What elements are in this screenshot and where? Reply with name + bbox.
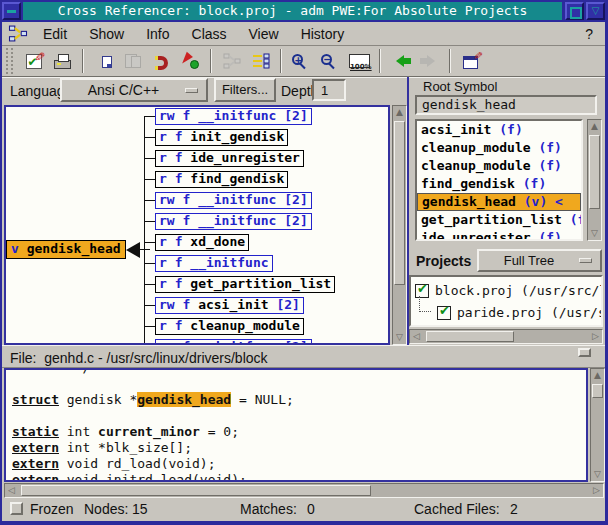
scroll-down-icon[interactable]: ▽	[588, 227, 601, 240]
symbol-list-item[interactable]: get_partition_list (f)	[417, 211, 581, 229]
zoom-100-button[interactable]	[346, 49, 373, 74]
code-scroll-thumb[interactable]	[592, 384, 603, 398]
scroll-up-icon[interactable]: ▲	[393, 106, 406, 119]
symbol-list-item[interactable]: gendisk_head (v) <	[417, 193, 581, 211]
depth-input[interactable]: 1	[312, 79, 346, 101]
back-button[interactable]	[387, 49, 414, 74]
right-panel: Root Symbol gendisk_head acsi_init (f)cl…	[407, 77, 605, 345]
menu-view[interactable]: View	[238, 24, 290, 44]
graph-node[interactable]: rw f __initfunc [2]	[155, 192, 312, 209]
option-menu-dash-icon	[185, 88, 198, 93]
zoom-in-button[interactable]	[288, 49, 315, 74]
language-value: Ansi C/C++	[62, 82, 185, 98]
graph-vertical-scrollbar[interactable]: ▲ ▽	[392, 105, 407, 345]
symbol-list-item[interactable]: ide_unregister (f)	[417, 229, 581, 241]
maximize-icon[interactable]	[565, 2, 584, 20]
title-bar: Cross Referencer: block.proj - adm PWE:F…	[0, 0, 608, 22]
menu-items: EditShowInfoClassViewHistory	[32, 25, 355, 43]
scroll-down-icon[interactable]: ▽	[591, 468, 604, 481]
graph-node[interactable]: r f init_gendisk	[155, 129, 288, 146]
toolbar-separator	[449, 49, 451, 73]
language-dropdown[interactable]: Ansi C/C++	[60, 78, 208, 102]
print-button[interactable]	[49, 49, 76, 74]
root-symbol-input[interactable]: gendisk_head	[415, 95, 597, 115]
filters-button[interactable]: Filters...	[214, 78, 276, 102]
scroll-up-icon[interactable]: ▲	[591, 369, 604, 382]
annotate-button[interactable]	[20, 49, 47, 74]
project-checkbox-checked[interactable]	[437, 306, 451, 320]
pane-sash-handle[interactable]	[578, 348, 591, 357]
scroll-down-icon[interactable]: ▽	[393, 331, 406, 344]
paste-button	[119, 49, 146, 74]
shade-icon[interactable]: ▽	[586, 2, 605, 20]
graph-node[interactable]: r f __initfunc	[155, 255, 273, 272]
project-row[interactable]: block.proj (/usr/src/lin	[411, 280, 601, 302]
file-header-bar: File: genhd.c - /usr/src/linux/drivers/b…	[2, 345, 605, 368]
graph-branch-line	[144, 221, 155, 222]
properties-button[interactable]	[457, 49, 484, 74]
help-button[interactable]: ?	[585, 26, 593, 42]
project-name: block.proj (/usr/src/lin	[435, 284, 603, 298]
symbol-list-item[interactable]: cleanup_module (f)	[417, 157, 581, 175]
code-vertical-scrollbar[interactable]: ▲ ▽	[590, 368, 605, 482]
menu-history[interactable]: History	[290, 24, 356, 44]
expand-graph-button[interactable]	[247, 49, 274, 74]
graph-branch-line	[144, 179, 155, 180]
menu-class[interactable]: Class	[181, 24, 238, 44]
frozen-checkbox[interactable]	[10, 502, 23, 515]
zoom-out-button[interactable]	[317, 49, 344, 74]
highlighted-symbol: gendisk_head	[137, 392, 231, 407]
project-row[interactable]: paride.proj (/usr/src	[411, 302, 601, 324]
highlight-button[interactable]	[177, 49, 204, 74]
graph-branch-line	[144, 305, 155, 306]
cached-files-label: Cached Files:	[414, 501, 500, 517]
projects-mode-dropdown[interactable]: Full Tree	[477, 249, 602, 272]
graph-root-node[interactable]: v gendisk_head	[6, 240, 126, 259]
toolbar-grip[interactable]	[6, 48, 13, 74]
copy-button[interactable]	[90, 49, 117, 74]
symbol-list-item[interactable]: find_gendisk (f)	[417, 175, 581, 193]
highlight-icon	[190, 60, 199, 69]
scroll-up-icon[interactable]: ▲	[588, 120, 601, 133]
menu-info[interactable]: Info	[135, 24, 180, 44]
graph-node[interactable]: rw f acsi_init [2]	[155, 297, 304, 314]
forward-button	[416, 49, 443, 74]
window-menu-icon[interactable]	[2, 2, 21, 20]
symbol-scroll-thumb[interactable]	[589, 135, 600, 209]
scroll-right-icon[interactable]: ▷	[589, 330, 602, 343]
symbol-list-item[interactable]: cleanup_module (f)	[417, 139, 581, 157]
projects-tree[interactable]: block.proj (/usr/src/linparide.proj (/us…	[409, 275, 603, 327]
tree-elbow-line	[419, 296, 431, 312]
graph-node[interactable]: rw f __initfunc [2]	[155, 213, 312, 230]
graph-node[interactable]: r f xd_done	[155, 234, 249, 251]
scroll-left-icon[interactable]: ◁	[5, 484, 18, 497]
source-code-view[interactable]: */ struct gendisk *gendisk_head = NULL; …	[4, 368, 588, 482]
scroll-right-icon[interactable]: ▷	[590, 484, 603, 497]
graph-node[interactable]: r f ide_unregister	[155, 150, 304, 167]
symbol-list-item[interactable]: acsi_init (f)	[417, 121, 581, 139]
graph-node[interactable]: r f cleanup_module	[155, 318, 304, 335]
graph-node[interactable]: r f find_gendisk	[155, 171, 288, 188]
projects-horizontal-scrollbar[interactable]: ◁ ▷	[409, 329, 603, 344]
menu-show[interactable]: Show	[78, 24, 135, 44]
menu-edit[interactable]: Edit	[32, 24, 78, 44]
main-scroll-thumb[interactable]	[21, 485, 371, 496]
crossref-graph[interactable]: rw f __initfunc [2]r f init_gendiskr f i…	[4, 105, 390, 345]
graph-branch-line	[144, 263, 155, 264]
graph-horizontal-scrollbar[interactable]: ◁ ▷	[4, 483, 604, 498]
properties-icon	[463, 56, 478, 69]
graph-node[interactable]: rw f __initfunc [2]	[155, 108, 312, 125]
matches-value: 0	[307, 501, 315, 517]
scroll-left-icon[interactable]: ◁	[410, 330, 423, 343]
magnet-button[interactable]	[148, 49, 175, 74]
symbol-list[interactable]: acsi_init (f)cleanup_module (f)cleanup_m…	[415, 119, 583, 241]
symbol-list-scrollbar[interactable]: ▲ ▽	[587, 119, 602, 241]
forward-icon	[427, 55, 441, 67]
graph-node[interactable]: r f get_partition_list	[155, 276, 335, 293]
graph-root-row: v gendisk_head	[6, 240, 150, 259]
menu-bar: EditShowInfoClassViewHistory ?	[2, 22, 605, 46]
controls-row: Language Ansi C/C++ Filters... Depth 1	[2, 77, 407, 105]
projects-scroll-thumb[interactable]	[426, 331, 514, 342]
graph-scroll-thumb[interactable]	[394, 121, 405, 285]
graph-trunk-line	[144, 116, 145, 345]
